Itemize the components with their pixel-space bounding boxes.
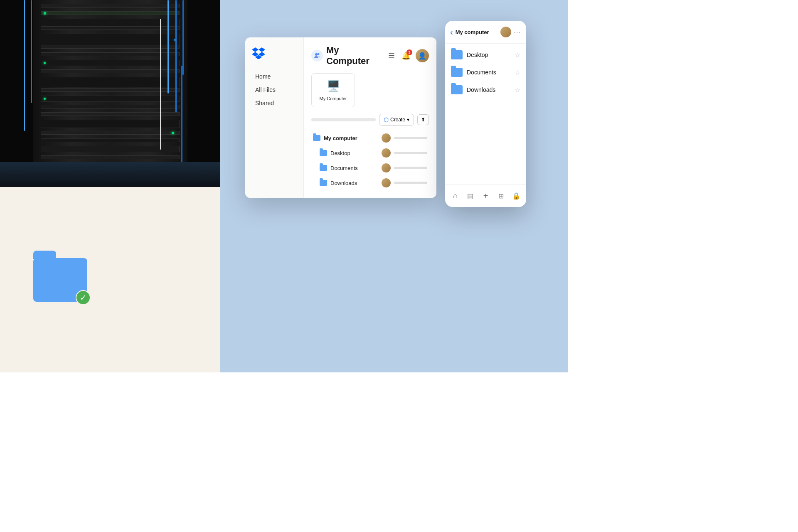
- rack-unit: [41, 112, 180, 116]
- main-window-title: My Computer: [326, 45, 383, 66]
- cable-blue: [175, 0, 177, 112]
- rack-unit: [41, 146, 180, 152]
- mobile-file-row-documents[interactable]: Documents ☆: [445, 64, 526, 81]
- folder-tab: [451, 83, 456, 86]
- rack-unit: [41, 155, 180, 159]
- folder-icon: [320, 150, 327, 156]
- mobile-file-row-desktop[interactable]: Desktop ☆: [445, 46, 526, 64]
- file-list: My computer Desktop: [311, 131, 429, 190]
- mobile-title: My computer: [456, 29, 498, 35]
- folder-with-check: ✓: [33, 258, 87, 302]
- file-name: Desktop: [330, 150, 378, 156]
- mobile-more-button[interactable]: ···: [514, 29, 521, 35]
- header-people-icon: [311, 50, 323, 62]
- mobile-folder-icon: [451, 50, 463, 59]
- star-icon[interactable]: ☆: [515, 69, 520, 76]
- rack-unit: [41, 77, 180, 87]
- notification-button[interactable]: 🔔 3: [400, 49, 412, 62]
- star-icon[interactable]: ☆: [515, 86, 520, 94]
- mobile-folder-icon: [451, 85, 463, 94]
- mobile-nav-lock[interactable]: 🔒: [509, 189, 523, 203]
- file-name: My computer: [324, 135, 378, 141]
- mobile-back-button[interactable]: ‹: [450, 27, 453, 37]
- computer-card-label: My Computer: [319, 96, 347, 101]
- cable-left: [31, 0, 32, 103]
- rack-unit: [41, 45, 180, 49]
- led: [44, 62, 46, 64]
- hamburger-button[interactable]: ☰: [387, 49, 397, 62]
- rack-unit: [41, 105, 180, 108]
- file-name: Documents: [330, 165, 378, 171]
- led: [44, 98, 46, 100]
- dropbox-mini-icon: ⬡: [384, 116, 389, 123]
- svg-point-1: [318, 53, 320, 55]
- rack-unit: [41, 131, 180, 135]
- dropbox-main-content: My Computer ☰ 🔔 3 👤 🖥️ My Computer: [303, 37, 436, 198]
- server-room-panel: [0, 0, 220, 187]
- sidebar-item-shared[interactable]: Shared: [252, 97, 297, 109]
- mobile-panel: ‹ My computer ··· Desktop ☆ Documents: [445, 21, 526, 207]
- cable-left: [24, 0, 25, 131]
- mobile-nav-add[interactable]: +: [478, 189, 493, 203]
- left-shadow: [0, 0, 33, 187]
- folder-tab: [313, 133, 316, 135]
- mobile-nav-files[interactable]: ▤: [463, 189, 478, 203]
- cable-blue: [182, 0, 184, 75]
- dropbox-main-window: Home All Files Shared: [245, 37, 436, 198]
- file-avatar: [382, 133, 391, 143]
- file-avatar: [382, 148, 391, 158]
- rack-unit: [41, 96, 180, 102]
- led: [172, 132, 174, 134]
- create-button[interactable]: ⬡ Create ▾: [379, 114, 414, 126]
- sidebar-item-home[interactable]: Home: [252, 71, 297, 82]
- mobile-file-name: Desktop: [467, 52, 510, 58]
- file-row-downloads[interactable]: Downloads: [311, 175, 429, 190]
- folder-tab: [320, 178, 323, 180]
- rack-unit: [41, 11, 180, 15]
- file-row-mycomputer[interactable]: My computer: [311, 131, 429, 145]
- rack-unit: [41, 88, 180, 92]
- my-computer-card[interactable]: 🖥️ My Computer: [311, 73, 355, 107]
- file-meta: [394, 182, 427, 184]
- mobile-folder-icon: [451, 68, 463, 77]
- computer-card-icon: 🖥️: [327, 80, 340, 93]
- rack-structure: [33, 0, 187, 187]
- mobile-header: ‹ My computer ···: [445, 21, 526, 44]
- sidebar-item-all-files[interactable]: All Files: [252, 84, 297, 96]
- folder-tab: [320, 163, 323, 165]
- folder-tab: [451, 66, 456, 68]
- file-meta: [394, 167, 427, 169]
- check-badge: ✓: [76, 290, 91, 305]
- file-name: Downloads: [330, 180, 378, 186]
- sidebar-nav: Home All Files Shared: [252, 71, 297, 110]
- create-chevron: ▾: [407, 117, 409, 123]
- notification-container: 🔔 3: [400, 49, 412, 62]
- notification-badge: 3: [406, 49, 412, 55]
- star-icon[interactable]: ☆: [515, 51, 520, 59]
- people-svg: [314, 52, 320, 59]
- file-row-desktop[interactable]: Desktop: [311, 145, 429, 160]
- upload-button[interactable]: ⬆: [417, 114, 429, 125]
- file-row-documents[interactable]: Documents: [311, 160, 429, 175]
- led: [44, 12, 46, 15]
- mobile-content-spacer: [445, 101, 526, 184]
- dropbox-logo: [252, 46, 297, 61]
- rack-unit: [41, 60, 180, 66]
- rack-unit: [41, 26, 180, 30]
- folder-icon: [320, 165, 327, 171]
- folder-tab: [451, 48, 456, 51]
- file-avatar: [382, 178, 391, 187]
- create-label: Create: [390, 117, 405, 123]
- user-avatar[interactable]: 👤: [416, 49, 429, 62]
- right-background: Home All Files Shared: [220, 0, 568, 372]
- dropbox-logo-icon: [252, 46, 265, 59]
- mobile-nav-home[interactable]: ⌂: [448, 189, 462, 203]
- mobile-nav-grid[interactable]: ⊞: [494, 189, 508, 203]
- rack-unit: [41, 120, 180, 128]
- file-meta: [394, 137, 427, 139]
- folder-section: ✓: [0, 187, 220, 372]
- rack-unit: [41, 4, 180, 7]
- mobile-file-list: Desktop ☆ Documents ☆ Downloads ☆: [445, 44, 526, 101]
- mobile-file-row-downloads[interactable]: Downloads ☆: [445, 81, 526, 99]
- mobile-avatar[interactable]: [500, 27, 511, 37]
